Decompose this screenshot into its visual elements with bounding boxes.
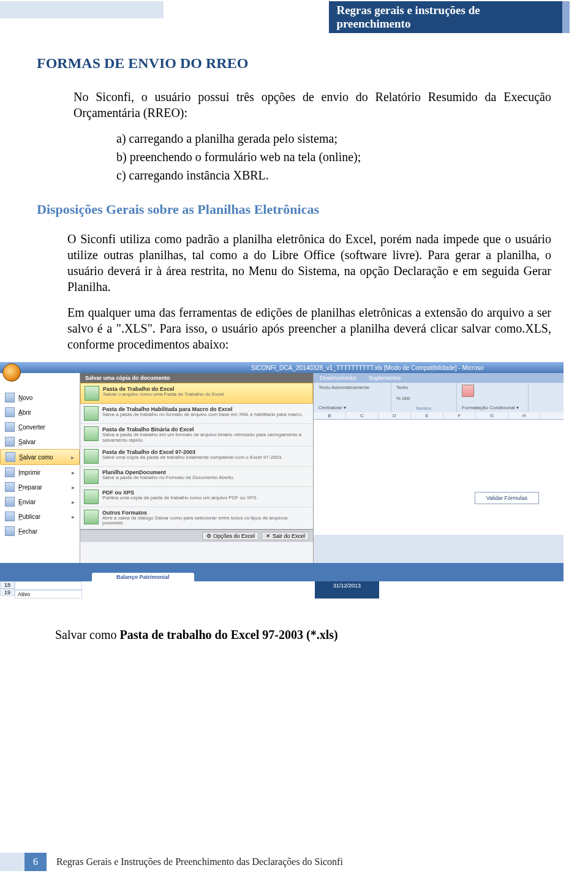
save-format-option[interactable]: Outros FormatosAbre a caixa de diálogo S… [80,507,313,530]
excel-screenshot: SICONFI_DCA_20140328_v1_TTTTTTTTTT.xls [… [0,362,564,598]
row-header-18: 18 [0,581,15,589]
sheet-tab-balanco[interactable]: Balanço Patrimonial [92,573,194,581]
col-header-g[interactable]: G [476,412,508,419]
file-menu-icon [5,407,15,417]
file-menu-novo[interactable]: Novo [0,390,80,405]
window-titlebar: SICONFI_DCA_20140328_v1_TTTTTTTTTT.xls [… [0,362,564,373]
file-menu-icon [5,422,15,432]
col-header-d[interactable]: D [379,412,411,419]
file-menu-preparar[interactable]: Preparar▸ [0,480,80,494]
excel-file-icon [84,426,99,441]
col-header-c[interactable]: C [346,412,379,419]
ribbon-number-format[interactable]: Texto [396,385,451,390]
date-cell: 31/12/2013 [315,581,379,598]
cell-ativo: Ativo [15,590,82,598]
file-menu-imprimir[interactable]: Imprimir▸ [0,465,80,480]
file-menu-left: NovoAbrirConverterSalvarSalvar como▸Impr… [0,373,80,563]
option-c: c) carregando instância XBRL. [37,167,551,183]
file-menu-icon [5,467,15,477]
excel-file-icon [84,469,99,484]
ribbon-conditional-format[interactable]: Formatação Condicional ▾ [462,405,523,410]
page-number: 6 [24,853,47,871]
validar-formulas-button[interactable]: Validar Fórmulas [475,492,539,504]
excel-file-icon [84,489,99,504]
col-header-e[interactable]: E [411,412,443,419]
excel-file-icon [84,406,99,421]
save-format-option[interactable]: Pasta de Trabalho Habilitada para Macro … [80,404,313,424]
chevron-right-icon: ▸ [72,469,75,476]
excel-file-icon [84,449,99,464]
col-header-h[interactable]: H [508,412,541,419]
file-menu-icon [6,452,15,462]
file-menu-icon [5,393,15,402]
file-menu-converter[interactable]: Converter [0,420,80,434]
file-menu-fechar[interactable]: Fechar [0,524,80,538]
col-header-f[interactable]: F [443,412,476,419]
window-title: SICONFI_DCA_20140328_v1_TTTTTTTTTT.xls [… [251,364,484,371]
ribbon-merge-center[interactable]: Centralizar ▾ [318,405,386,410]
file-menu-enviar[interactable]: Enviar▸ [0,494,80,509]
ribbon-area: Texto Automaticamente Centralizar ▾ Text… [314,383,564,412]
col-header-b[interactable]: B [314,412,346,419]
ribbon-tab-suplementos[interactable]: Suplementos [363,373,407,383]
sheet-tab-bar: Balanço Patrimonial [0,563,564,581]
save-format-option[interactable]: Planilha OpenDocumentSalve a pasta de tr… [80,467,313,487]
column-headers: BCDEFGH [314,412,564,420]
ribbon-number-buttons[interactable]: % 000 [396,396,410,401]
file-menu-abrir[interactable]: Abrir [0,405,80,420]
header-banner: Regras gerais e instruções de preenchime… [0,1,588,33]
sheet-bottom-rows: 18 19 Ativo 31/12/2013 [0,581,564,598]
save-format-option[interactable]: Pasta de Trabalho do ExcelSalvar o arqui… [80,383,313,404]
paragraph-2: Em qualquer uma das ferramentas de ediçõ… [37,304,551,352]
file-menu-icon [5,482,15,492]
row-header-19: 19 [0,589,15,596]
file-menu-icon [5,526,15,536]
excel-file-icon [85,386,99,401]
conditional-format-icon[interactable] [462,385,474,397]
heading-disposicoes: Disposições Gerais sobre as Planilhas El… [37,202,551,217]
excel-file-icon [84,510,99,524]
excel-options-button[interactable]: ⚙Opções do Excel [202,532,259,540]
ribbon-group-numero: Número [396,406,451,410]
option-b: b) preenchendo o formulário web na tela … [37,149,551,165]
save-format-option[interactable]: PDF ou XPSPublica uma cópia da pasta de … [80,487,313,507]
footer-text: Regras Gerais e Instruções de Preenchime… [56,856,343,867]
worksheet-area[interactable]: BCDEFGH Validar Fórmulas [314,412,564,535]
paragraph-1: O Siconfi utiliza como padrão a planilha… [37,231,551,295]
ribbon-tabs: Desenvolvedor Suplementos [314,373,564,383]
intro-paragraph: No Siconfi, o usuário possui três opções… [37,89,551,121]
office-orb-icon[interactable] [2,363,21,382]
option-a: a) carregando a planilha gerada pelo sis… [37,130,551,146]
save-as-submenu: Salvar uma cópia do documento Pasta de T… [80,373,314,563]
ribbon-wrap-text[interactable]: Texto Automaticamente [318,385,386,390]
file-menu-publicar[interactable]: Publicar▸ [0,509,80,524]
file-menu-salvar[interactable]: Salvar [0,434,80,449]
salvar-como-instruction: Salvar como Pasta de trabalho do Excel 9… [0,628,588,642]
chevron-right-icon: ▸ [72,513,75,520]
save-format-option[interactable]: Pasta de Trabalho do Excel 97-2003Salve … [80,447,313,467]
ribbon-tab-desenvolvedor[interactable]: Desenvolvedor [314,373,363,383]
heading-formas-envio: FORMAS DE ENVIO DO RREO [37,55,551,72]
excel-background: Desenvolvedor Suplementos Texto Automati… [314,373,564,563]
chevron-right-icon: ▸ [72,484,75,491]
save-format-option[interactable]: Pasta de Trabalho Binária do ExcelSalva … [80,424,313,447]
file-menu-salvar-como[interactable]: Salvar como▸ [0,449,80,465]
chevron-right-icon: ▸ [72,499,75,505]
file-menu-icon [5,497,15,507]
chevron-right-icon: ▸ [71,454,74,461]
file-menu-footer: ⚙Opções do Excel ✕Sair do Excel [80,529,313,542]
exit-excel-button[interactable]: ✕Sair do Excel [262,532,309,540]
save-as-header: Salvar uma cópia do documento [80,373,313,383]
file-menu-icon [5,512,15,521]
page-footer: 6 Regras Gerais e Instruções de Preenchi… [0,853,343,871]
file-menu-icon [5,437,15,447]
banner-title: Regras gerais e instruções de preenchime… [329,1,570,33]
